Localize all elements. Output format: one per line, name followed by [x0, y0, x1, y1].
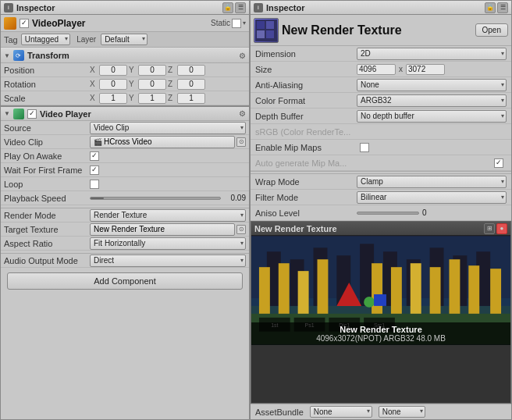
- svg-rect-18: [259, 267, 270, 314]
- svg-rect-26: [449, 259, 460, 314]
- antialiasing-label: Anti-Aliasing: [255, 80, 357, 90]
- audiooutput-dropdown[interactable]: Direct: [90, 254, 246, 267]
- rot-z-input[interactable]: [177, 79, 205, 90]
- playbackspeed-slider[interactable]: [90, 197, 221, 200]
- object-icon: [4, 17, 16, 30]
- assetbundle-dropdown-2[interactable]: None: [379, 406, 425, 418]
- right-panel-title: Inspector: [266, 3, 485, 12]
- rt-object-header: New Render Texture Open: [251, 15, 511, 46]
- open-button[interactable]: Open: [475, 23, 508, 37]
- lock-icon-right[interactable]: 🔒: [485, 2, 496, 13]
- assetbundle-label: AssetBundle: [255, 408, 304, 417]
- autogen-checkbox[interactable]: [494, 158, 503, 168]
- vp-gear-icon[interactable]: ⚙: [239, 109, 246, 118]
- depthbuffer-label: Depth Buffer: [255, 112, 357, 121]
- rot-y-input[interactable]: [138, 79, 166, 90]
- scale-label: Scale: [4, 94, 90, 103]
- pos-x-input[interactable]: [99, 65, 127, 76]
- rotation-row: Rotation X Y Z: [1, 77, 249, 91]
- rot-z-label: Z: [168, 80, 176, 88]
- aniso-slider[interactable]: [357, 212, 419, 215]
- menu-icon-left[interactable]: ☰: [235, 2, 246, 13]
- static-checkbox[interactable]: [232, 19, 241, 28]
- inspector-icon-left: i: [4, 3, 13, 12]
- transform-icon: ⟳: [13, 50, 24, 61]
- position-label: Position: [4, 66, 90, 75]
- svg-rect-2: [266, 21, 274, 29]
- aniso-value: 0: [422, 208, 427, 217]
- depthbuffer-dropdown[interactable]: No depth buffer: [357, 110, 507, 123]
- playonawake-row: Play On Awake: [1, 149, 249, 163]
- scale-z-input[interactable]: [177, 93, 205, 104]
- aspectratio-label: Aspect Ratio: [4, 239, 90, 248]
- preview-icon-2[interactable]: ●: [496, 223, 507, 234]
- preview-header: New Render Texture ⊞ ●: [251, 222, 510, 236]
- rot-y-label: Y: [129, 80, 137, 88]
- layer-dropdown[interactable]: Default: [101, 34, 148, 45]
- enablemip-label: Enable Mip Maps: [255, 143, 357, 152]
- rotation-label: Rotation: [4, 80, 90, 89]
- enablemip-checkbox[interactable]: [360, 143, 369, 152]
- aspectratio-dropdown[interactable]: Fit Horizontally: [90, 237, 246, 250]
- source-dropdown[interactable]: Video Clip: [90, 122, 246, 134]
- inspector-icon-right: i: [254, 3, 263, 12]
- videoclip-asset: 🎬 HCross Video: [90, 136, 235, 148]
- scale-y-label: Y: [129, 94, 137, 102]
- preview-canvas: 1st Ps1 Dic1 Src1 New Render Texture 409…: [251, 236, 510, 345]
- filtermode-dropdown[interactable]: Bilinear: [357, 191, 507, 204]
- svg-rect-24: [411, 263, 421, 314]
- rot-x-input[interactable]: [99, 79, 127, 90]
- targettexture-row: Target Texture New Render Texture ⊙: [1, 222, 249, 237]
- wrapmode-label: Wrap Mode: [255, 177, 357, 187]
- assetbundle-row: AssetBundle None None: [251, 404, 511, 419]
- colorformat-dropdown[interactable]: ARGB32: [357, 94, 507, 107]
- scale-y-input[interactable]: [138, 93, 166, 104]
- pos-z-input[interactable]: [177, 65, 205, 76]
- assetbundle-dropdown-1[interactable]: None: [310, 406, 372, 418]
- waitforfirst-checkbox[interactable]: [90, 166, 99, 175]
- rendermode-dropdown[interactable]: Render Texture: [90, 209, 246, 222]
- targettexture-select-btn[interactable]: ⊙: [236, 225, 246, 234]
- size-h-input[interactable]: [406, 64, 445, 75]
- pos-y-input[interactable]: [138, 65, 166, 76]
- object-active-checkbox[interactable]: [20, 19, 29, 28]
- right-inspector-panel: i Inspector 🔒 ☰ New Render Texture Open …: [250, 0, 512, 420]
- autogen-label: Auto generate Mip Ma...: [255, 158, 491, 168]
- videoplayer-section-header[interactable]: ▼ Video Player ⚙: [1, 105, 249, 121]
- static-arrow[interactable]: ▾: [243, 20, 246, 27]
- lock-icon-left[interactable]: 🔒: [222, 2, 233, 13]
- aniso-label: Aniso Level: [255, 208, 357, 218]
- videoclip-select-btn[interactable]: ⊙: [236, 137, 246, 147]
- svg-rect-25: [430, 267, 441, 314]
- svg-rect-31: [374, 294, 386, 306]
- film-icon: 🎬: [94, 138, 102, 146]
- transform-section-header[interactable]: ▼ ⟳ Transform ⚙: [1, 48, 249, 63]
- size-w-input[interactable]: [357, 64, 396, 75]
- videoclip-row: Video Clip 🎬 HCross Video ⊙: [1, 135, 249, 149]
- add-component-button[interactable]: Add Component: [7, 272, 243, 290]
- playonawake-checkbox[interactable]: [90, 151, 99, 161]
- size-x-sep: x: [399, 65, 403, 73]
- scale-x-input[interactable]: [99, 93, 127, 104]
- rt-texture-icon: [254, 18, 279, 43]
- preview-info: New Render Texture 4096x3072(NPOT) ARGB3…: [251, 322, 510, 345]
- menu-icon-right[interactable]: ☰: [497, 2, 508, 13]
- dimension-label: Dimension: [255, 49, 357, 59]
- tag-dropdown[interactable]: Untagged: [21, 34, 70, 45]
- wrapmode-dropdown[interactable]: Clamp: [357, 176, 507, 188]
- source-row: Source Video Clip: [1, 121, 249, 135]
- pos-x-label: X: [90, 66, 98, 74]
- rendermode-row: Render Mode Render Texture: [1, 208, 249, 222]
- preview-texture-name: New Render Texture: [256, 325, 506, 334]
- waitforfirst-label: Wait For First Frame: [4, 166, 90, 175]
- aspectratio-row: Aspect Ratio Fit Horizontally: [1, 237, 249, 251]
- preview-icon-1[interactable]: ⊞: [484, 223, 495, 234]
- srgb-label: sRGB (Color RenderTe...: [255, 127, 507, 137]
- svg-rect-22: [372, 263, 382, 314]
- vp-title: Video Player: [40, 109, 239, 119]
- loop-checkbox[interactable]: [90, 180, 99, 189]
- transform-gear-icon[interactable]: ⚙: [239, 52, 246, 60]
- vp-enabled-checkbox[interactable]: [27, 109, 37, 119]
- dimension-dropdown[interactable]: 2D: [357, 48, 507, 60]
- antialiasing-dropdown[interactable]: None: [357, 79, 507, 91]
